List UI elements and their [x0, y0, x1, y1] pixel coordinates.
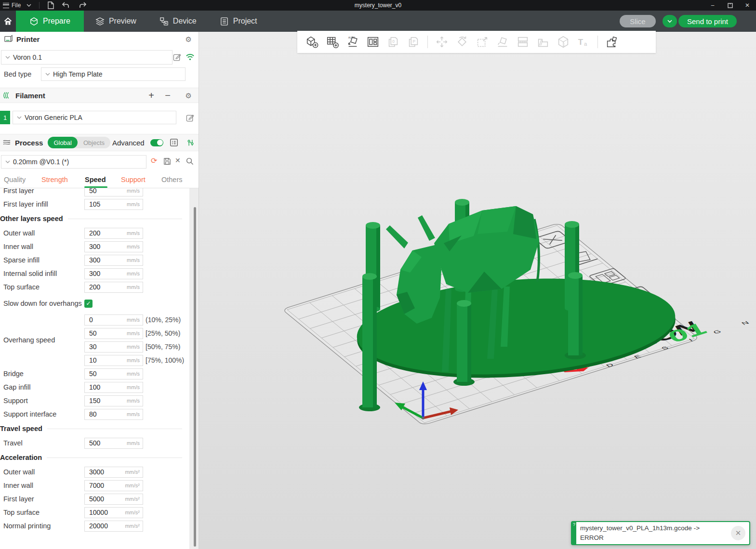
filament-select-value: Voron Generic PLA: [25, 114, 82, 121]
tab-preview[interactable]: Preview: [84, 11, 148, 32]
top-surface-accel-input[interactable]: 10000 mm/s²: [84, 507, 143, 518]
setting-row: Support 150 mm/s: [0, 394, 190, 407]
overhang-speed-2-input[interactable]: 50 mm/s: [84, 328, 143, 339]
tune-parameters-icon[interactable]: [186, 139, 195, 147]
tab-others[interactable]: Others: [161, 176, 183, 183]
tab-prepare[interactable]: Prepare: [16, 11, 84, 32]
mesh-boolean-icon[interactable]: [555, 34, 571, 50]
advanced-toggle[interactable]: [150, 139, 163, 146]
clear-profile-icon[interactable]: ✕: [175, 157, 181, 164]
tab-project[interactable]: Project: [208, 11, 269, 32]
tab-device[interactable]: Device: [148, 11, 208, 32]
support-speed-input[interactable]: 150 mm/s: [84, 395, 143, 406]
overhang-speed-4-input[interactable]: 10 mm/s: [84, 355, 143, 366]
first-layer-infill-speed-input[interactable]: 105 mm/s: [84, 199, 143, 210]
filament-settings-gear-icon[interactable]: ⚙: [186, 92, 192, 99]
first-layer-accel-input[interactable]: 5000 mm/s²: [84, 494, 143, 505]
tab-quality[interactable]: Quality: [4, 176, 26, 183]
send-to-print-button[interactable]: Send to print: [678, 15, 737, 27]
remove-filament-button[interactable]: −: [165, 91, 171, 100]
scope-global-button[interactable]: Global: [48, 137, 78, 148]
normal-printing-accel-input[interactable]: 20000 mm/s²: [84, 521, 143, 532]
printer-settings-gear-icon[interactable]: ⚙: [186, 36, 192, 43]
printer-select[interactable]: Voron 0.1: [1, 50, 172, 65]
support-interface-speed-input[interactable]: 80 mm/s: [84, 409, 143, 420]
overhang-speed-1-input[interactable]: 0 mm/s: [84, 314, 143, 326]
filament-select[interactable]: Voron Generic PLA: [13, 111, 176, 124]
redo-button[interactable]: [74, 0, 92, 11]
first-layer-speed-input[interactable]: 50 mm/s: [84, 188, 143, 196]
search-icon[interactable]: [186, 157, 194, 165]
gap-infill-speed-input[interactable]: 100 mm/s: [84, 382, 143, 393]
rotate-icon[interactable]: [454, 34, 470, 50]
new-project-button[interactable]: [44, 0, 57, 11]
scale-icon[interactable]: [474, 34, 491, 50]
setting-row: 30 mm/s [50%, 75%): [84, 340, 184, 353]
toast-close-button[interactable]: ✕: [731, 526, 745, 540]
arrange-icon[interactable]: [365, 34, 381, 50]
maximize-button[interactable]: [721, 0, 739, 11]
slow-down-overhangs-checkbox[interactable]: ✓: [84, 300, 93, 308]
file-menu[interactable]: File: [0, 0, 24, 11]
slice-button[interactable]: Slice: [620, 15, 656, 27]
active-tab-underline: [84, 186, 107, 188]
bed-type-label: Bed type: [4, 70, 31, 78]
overhang-speed-group: Overhang speed 0 mm/s (10%, 25%) 50: [0, 313, 190, 367]
outer-wall-speed-input[interactable]: 200 mm/s: [84, 228, 143, 239]
bridge-speed-input[interactable]: 50 mm/s: [84, 368, 143, 379]
move-icon[interactable]: [434, 34, 450, 50]
paste-icon[interactable]: P: [405, 34, 422, 50]
edit-printer-icon[interactable]: [173, 53, 181, 61]
printer-select-value: Voron 0.1: [13, 53, 42, 61]
send-split-button: Send to print: [663, 15, 737, 27]
minimize-button[interactable]: –: [704, 0, 721, 11]
scrollbar-thumb[interactable]: [194, 207, 196, 547]
lay-on-face-icon[interactable]: [494, 34, 511, 50]
outer-wall-accel-input[interactable]: 3000 mm/s²: [84, 467, 143, 478]
edit-filament-icon[interactable]: [186, 114, 194, 122]
process-profile-select[interactable]: 0.20mm @V0.1 (*): [1, 155, 146, 169]
viewport-3d[interactable]: VORON D E S I G N 01: [199, 32, 756, 549]
wifi-icon[interactable]: [186, 53, 195, 61]
copy-icon[interactable]: 0: [385, 34, 401, 50]
tab-support[interactable]: Support: [121, 176, 146, 183]
add-text-icon[interactable]: Ta: [575, 34, 592, 50]
internal-solid-infill-speed-input[interactable]: 300 mm/s: [84, 268, 143, 279]
setting-value: 500: [89, 439, 100, 447]
auto-orient-icon[interactable]: AUTO: [345, 34, 361, 50]
top-surface-speed-input[interactable]: 200 mm/s: [84, 282, 143, 293]
tab-strength[interactable]: Strength: [41, 176, 68, 183]
sparse-infill-speed-input[interactable]: 300 mm/s: [84, 255, 143, 266]
process-icon: [2, 139, 11, 146]
scene-canvas[interactable]: VORON D E S I G N 01: [199, 32, 756, 549]
inner-wall-speed-input[interactable]: 300 mm/s: [84, 241, 143, 252]
setting-row: Outer wall 200 mm/s: [0, 226, 190, 240]
tab-speed[interactable]: Speed: [85, 176, 106, 183]
send-options-button[interactable]: [663, 15, 677, 27]
section-acceleration: Acceleration: [0, 450, 190, 465]
file-menu-chevron[interactable]: [24, 0, 34, 11]
setting-value: 300: [89, 256, 100, 264]
scope-objects-button[interactable]: Objects: [78, 139, 110, 146]
toast-accent-bar: ?: [572, 522, 576, 544]
undo-button[interactable]: [57, 0, 74, 11]
split-to-objects-icon[interactable]: [515, 34, 531, 50]
parameter-list-icon[interactable]: [170, 138, 178, 147]
split-to-parts-icon[interactable]: [535, 34, 551, 50]
save-profile-icon[interactable]: [163, 157, 171, 165]
reset-profile-icon[interactable]: ⟳: [151, 156, 157, 165]
setting-label: Support: [3, 397, 84, 405]
bed-type-select[interactable]: High Temp Plate: [41, 67, 186, 81]
add-plate-icon[interactable]: [324, 34, 341, 50]
travel-speed-input[interactable]: 500 mm/s: [84, 438, 143, 449]
assembly-view-icon[interactable]: [604, 34, 620, 50]
add-filament-button[interactable]: +: [148, 91, 154, 100]
setting-unit: mm/s: [127, 411, 140, 417]
setting-unit: mm/s²: [125, 523, 140, 529]
window-title: mystery_tower_v0: [0, 2, 756, 9]
overhang-speed-3-input[interactable]: 30 mm/s: [84, 341, 143, 353]
inner-wall-accel-input[interactable]: 7000 mm/s²: [84, 480, 143, 491]
home-button[interactable]: [0, 11, 16, 32]
close-button[interactable]: ✕: [739, 0, 756, 11]
add-model-icon[interactable]: [304, 34, 320, 50]
